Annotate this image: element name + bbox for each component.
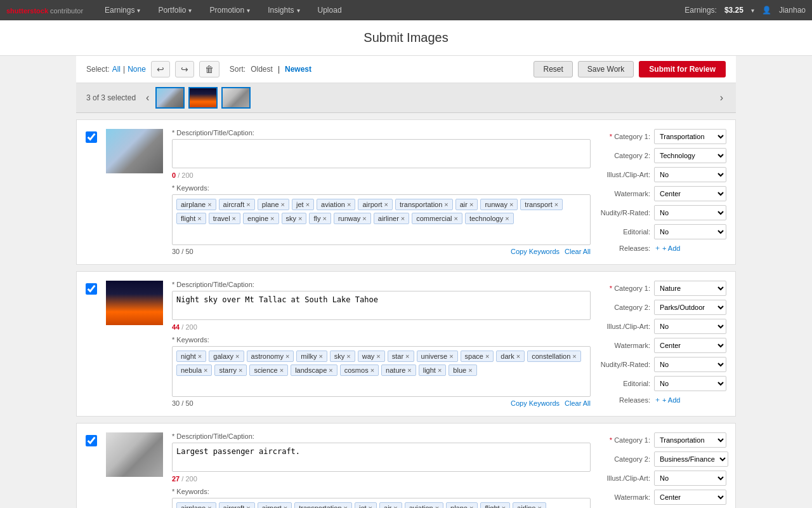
keyword-tag: sky × bbox=[330, 351, 355, 362]
card-categories-2: * Category 1: Nature Transportation Tech… bbox=[599, 281, 726, 407]
sort-newest[interactable]: Newest bbox=[285, 65, 311, 74]
cat1-select-2[interactable]: Nature Transportation Technology bbox=[654, 281, 726, 296]
keyword-tag: flight × bbox=[176, 213, 206, 224]
watermark-row-2: Watermark: Center None bbox=[599, 338, 726, 353]
card-checkbox-3[interactable] bbox=[86, 435, 97, 446]
releases-add-button-2[interactable]: ＋ + Add bbox=[654, 395, 680, 404]
card-checkbox-2[interactable] bbox=[86, 283, 97, 295]
keywords-box-2[interactable]: night × galaxy × astronomy × milky × sky… bbox=[172, 346, 591, 397]
keyword-tag: night × bbox=[176, 351, 206, 362]
user-name[interactable]: Jianhao bbox=[779, 6, 806, 15]
user-icon: 👤 bbox=[762, 6, 771, 15]
keyword-tag: airplane × bbox=[176, 502, 216, 508]
keyword-tag: technology × bbox=[465, 213, 514, 224]
select-label: Select: bbox=[86, 65, 110, 74]
card-checkbox-1[interactable] bbox=[86, 131, 97, 143]
keyword-tag: universe × bbox=[417, 351, 458, 362]
cat1-select-3[interactable]: Transportation Nature Technology bbox=[654, 432, 726, 448]
chevron-down-icon: ▾ bbox=[297, 7, 300, 14]
keywords-box-3[interactable]: airplane × aircraft × airport × transpor… bbox=[172, 498, 591, 508]
card-thumbnail-3 bbox=[106, 432, 163, 477]
description-input-1[interactable] bbox=[172, 139, 591, 168]
illust-select-3[interactable]: No Yes bbox=[654, 471, 726, 486]
cat2-label-3: Category 2: bbox=[599, 455, 650, 463]
site-logo[interactable]: shutterstock contributor bbox=[6, 6, 83, 15]
nav-earnings[interactable]: Earnings ▾ bbox=[96, 0, 149, 20]
thumbnail-2[interactable] bbox=[188, 87, 218, 109]
description-input-2[interactable]: Night sky over Mt Tallac at South Lake T… bbox=[172, 291, 591, 320]
nav-portfolio[interactable]: Portfolio ▾ bbox=[149, 0, 200, 20]
cat2-select-1[interactable]: Technology Nature bbox=[654, 148, 726, 163]
editorial-select-1[interactable]: No Yes bbox=[654, 224, 726, 239]
redo-button[interactable]: ↪ bbox=[175, 61, 194, 77]
thumbnail-3[interactable] bbox=[221, 87, 251, 109]
releases-label-2: Releases: bbox=[599, 396, 650, 404]
watermark-select-2[interactable]: Center None bbox=[654, 338, 726, 353]
nav-upload[interactable]: Upload bbox=[309, 0, 351, 20]
thumb-prev-button[interactable]: ‹ bbox=[143, 91, 152, 105]
char-count-2: 44 / 200 bbox=[172, 323, 591, 331]
cat2-row-2: Category 2: Parks/Outdoor Technology bbox=[599, 300, 726, 315]
description-input-3[interactable]: Largest passenger aircraft. bbox=[172, 443, 591, 472]
keywords-label-3: * Keywords: bbox=[172, 488, 591, 495]
illust-select-2[interactable]: No Yes bbox=[654, 319, 726, 334]
releases-add-button-1[interactable]: ＋ + Add bbox=[654, 243, 680, 253]
keyword-tag: engine × bbox=[243, 213, 278, 224]
cat2-select-2[interactable]: Parks/Outdoor Technology bbox=[654, 300, 726, 315]
nudity-select-2[interactable]: No Yes bbox=[654, 357, 726, 372]
sort-label: Sort: bbox=[230, 65, 246, 74]
releases-label-1: Releases: bbox=[599, 244, 650, 252]
watermark-select-1[interactable]: Center None bbox=[654, 186, 726, 201]
select-none-link[interactable]: None bbox=[128, 65, 146, 74]
keyword-tag: nature × bbox=[381, 364, 416, 376]
keyword-tag: galaxy × bbox=[209, 351, 244, 362]
thumb-next-button[interactable]: › bbox=[717, 91, 726, 105]
keyword-tag: plane × bbox=[258, 199, 289, 210]
keyword-tag: nebula × bbox=[176, 364, 212, 376]
earnings-value[interactable]: $3.25 bbox=[724, 6, 743, 15]
nav-promotion[interactable]: Promotion ▾ bbox=[200, 0, 259, 20]
watermark-select-3[interactable]: Center None bbox=[654, 490, 726, 505]
releases-row-2: Releases: ＋ + Add bbox=[599, 395, 726, 404]
submit-review-button[interactable]: Submit for Review bbox=[639, 61, 726, 77]
clear-all-link-1[interactable]: Clear All bbox=[565, 248, 591, 255]
description-label-3: * Description/Title/Caption: bbox=[172, 432, 591, 440]
keywords-list-2: night × galaxy × astronomy × milky × sky… bbox=[176, 351, 586, 376]
cat1-row-1: * Category 1: Transportation Nature Tech… bbox=[599, 129, 726, 144]
reset-button[interactable]: Reset bbox=[534, 61, 572, 77]
thumbnail-1[interactable] bbox=[155, 87, 185, 109]
card-form-1: * Description/Title/Caption: 0 / 200 * K… bbox=[172, 129, 591, 255]
cat2-select-3[interactable]: Business/Finance Technology Nature bbox=[654, 451, 728, 467]
select-all-link[interactable]: All bbox=[112, 65, 121, 74]
nudity-row-1: Nudity/R-Rated: No Yes bbox=[599, 205, 726, 220]
watermark-row-3: Watermark: Center None bbox=[599, 490, 726, 505]
keyword-tag: airport × bbox=[258, 502, 292, 508]
clear-all-link-2[interactable]: Clear All bbox=[565, 399, 591, 407]
keywords-list-1: airplane × aircraft × plane × jet × avia… bbox=[176, 199, 586, 224]
cat1-row-2: * Category 1: Nature Transportation Tech… bbox=[599, 281, 726, 296]
keyword-tag: fly × bbox=[309, 213, 331, 224]
cat1-select-1[interactable]: Transportation Nature Technology bbox=[654, 129, 726, 144]
undo-button[interactable]: ↩ bbox=[151, 61, 170, 77]
keyword-tag: runway × bbox=[480, 199, 518, 210]
keyword-tag: jet × bbox=[355, 502, 377, 508]
keyword-tag: jet × bbox=[292, 199, 314, 210]
sort-oldest[interactable]: Oldest bbox=[251, 65, 273, 74]
nav-insights[interactable]: Insights ▾ bbox=[259, 0, 308, 20]
copy-keywords-link-1[interactable]: Copy Keywords bbox=[511, 248, 560, 255]
keyword-tag: space × bbox=[461, 351, 494, 362]
keyword-tag: transport × bbox=[520, 199, 563, 210]
card-thumbnail-2 bbox=[106, 281, 163, 325]
illust-row-1: Illust./Clip-Art: No Yes bbox=[599, 167, 726, 182]
illust-select-1[interactable]: No Yes bbox=[654, 167, 726, 182]
keyword-tag: airplane × bbox=[176, 199, 216, 210]
delete-button[interactable]: 🗑 bbox=[199, 61, 219, 77]
image-card-3: * Description/Title/Caption: Largest pas… bbox=[76, 423, 736, 508]
keywords-box-1[interactable]: airplane × aircraft × plane × jet × avia… bbox=[172, 194, 591, 245]
cat2-row-3: Category 2: Business/Finance Technology … bbox=[599, 451, 726, 467]
nudity-select-1[interactable]: No Yes bbox=[654, 205, 726, 220]
editorial-select-2[interactable]: No Yes bbox=[654, 376, 726, 391]
copy-keywords-link-2[interactable]: Copy Keywords bbox=[511, 399, 560, 407]
card-categories-1: * Category 1: Transportation Nature Tech… bbox=[599, 129, 726, 255]
save-work-button[interactable]: Save Work bbox=[578, 61, 634, 77]
